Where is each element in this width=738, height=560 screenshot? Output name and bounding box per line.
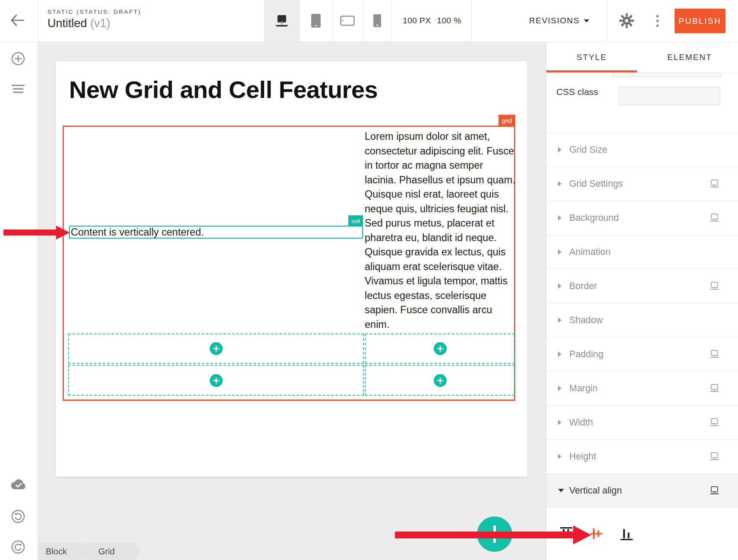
layers-list-icon[interactable]	[11, 83, 25, 98]
add-content-plus-icon[interactable]	[210, 342, 223, 355]
scrolled-input-partial[interactable]	[612, 73, 721, 77]
section-animation[interactable]: Animation	[546, 235, 738, 269]
chevron-right-icon	[558, 386, 561, 391]
section-border[interactable]: Border	[546, 269, 738, 303]
back-arrow-icon[interactable]	[9, 13, 27, 28]
empty-cell-slot[interactable]	[68, 365, 364, 396]
css-class-input[interactable]	[618, 87, 720, 105]
panel-sections: Grid SizeGrid SettingsBackgroundAnimatio…	[546, 132, 738, 507]
undo-icon[interactable]	[11, 509, 25, 524]
chevron-right-icon	[558, 249, 561, 255]
zoom-indicator: 100 PX 100 %	[393, 0, 471, 41]
section-grid-size[interactable]: Grid Size	[546, 132, 738, 167]
tab-style[interactable]: STYLE	[546, 42, 637, 73]
redo-icon[interactable]	[11, 540, 25, 554]
align-bottom-icon	[620, 526, 633, 541]
align-middle-icon	[590, 526, 603, 541]
empty-cell-slot[interactable]	[68, 333, 364, 364]
section-label: Vertical align	[569, 485, 622, 496]
selected-cell-outline[interactable]: cell Content is vertically centered.	[69, 226, 363, 239]
panel-tabbar: STYLE ELEMENT	[546, 42, 738, 73]
tab-element[interactable]: ELEMENT	[642, 42, 737, 73]
align-top-button[interactable]	[556, 523, 577, 544]
app-root: STATIC (STATUS: DRAFT) Untitled (v1)	[0, 0, 738, 560]
device-scope-laptop-icon	[709, 214, 720, 222]
cloud-saved-icon	[11, 478, 25, 493]
cell-tag-badge: cell	[348, 215, 363, 227]
document-title-block: STATIC (STATUS: DRAFT) Untitled (v1)	[47, 9, 142, 30]
device-desktop-button[interactable]	[264, 0, 300, 41]
section-label: Grid Size	[569, 145, 607, 155]
add-content-plus-icon[interactable]	[434, 342, 447, 355]
section-label: Grid Settings	[569, 179, 623, 189]
device-scope-laptop-icon	[709, 179, 720, 188]
breadcrumb-item-grid[interactable]: Grid	[86, 543, 142, 560]
add-content-plus-icon[interactable]	[434, 374, 447, 387]
breadcrumb-item-block[interactable]: Block	[38, 543, 91, 560]
zoom-percent-value[interactable]: 100 %	[437, 16, 461, 25]
section-label: Width	[569, 417, 593, 428]
device-scope-laptop-icon	[709, 452, 720, 461]
chevron-down-icon	[558, 489, 564, 492]
grid-tag-badge: grid	[498, 115, 515, 127]
zoom-px-value[interactable]: 100 PX	[403, 16, 431, 25]
chevron-right-icon	[558, 352, 561, 357]
more-options-kebab-icon[interactable]	[653, 12, 662, 29]
section-background[interactable]: Background	[546, 201, 738, 235]
laptop-icon	[274, 14, 289, 27]
device-tablet-landscape-button[interactable]	[332, 0, 363, 41]
add-section-fab-plus-icon[interactable]	[477, 516, 512, 552]
section-label: Background	[569, 213, 619, 223]
lorem-text-column[interactable]: Lorem ipsum dolor sit amet, consectetur …	[365, 129, 517, 332]
empty-cell-slot[interactable]	[365, 365, 515, 396]
vertical-align-options	[546, 507, 738, 560]
document-title[interactable]: Untitled (v1)	[47, 17, 142, 30]
section-height[interactable]: Height	[546, 439, 738, 473]
phone-icon	[373, 14, 382, 28]
section-label: Padding	[569, 349, 603, 360]
section-width[interactable]: Width	[546, 405, 738, 439]
section-label: Animation	[569, 247, 611, 258]
chevron-right-icon	[558, 318, 561, 323]
device-scope-laptop-icon	[709, 350, 720, 359]
device-scope-laptop-icon	[709, 384, 720, 393]
cell-content-text[interactable]: Content is vertically centered.	[71, 227, 204, 238]
align-top-icon	[560, 526, 573, 541]
section-vertical-align[interactable]: Vertical align	[546, 473, 738, 507]
section-padding[interactable]: Padding	[546, 337, 738, 371]
add-block-plus-icon[interactable]	[11, 51, 25, 66]
settings-gear-icon[interactable]	[619, 13, 634, 28]
revisions-dropdown[interactable]: REVISIONS	[529, 0, 589, 41]
section-label: Border	[569, 281, 597, 292]
add-content-plus-icon[interactable]	[210, 374, 223, 387]
device-scope-laptop-icon	[709, 486, 720, 495]
device-phone-button[interactable]	[363, 0, 391, 41]
section-margin[interactable]: Margin	[546, 371, 738, 405]
section-grid-settings[interactable]: Grid Settings	[546, 167, 738, 201]
empty-cell-slot[interactable]	[365, 333, 515, 364]
chevron-right-icon	[558, 283, 561, 289]
chevron-right-icon	[558, 420, 561, 425]
divider	[38, 0, 38, 41]
active-tab-underline	[546, 70, 637, 72]
section-label: Margin	[569, 383, 598, 394]
device-scope-laptop-icon	[709, 282, 720, 290]
document-version: (v1)	[90, 17, 110, 30]
align-bottom-button[interactable]	[616, 523, 637, 544]
tablet-portrait-icon	[311, 13, 321, 28]
document-status: STATIC (STATUS: DRAFT)	[47, 9, 142, 15]
chevron-right-icon	[558, 454, 561, 459]
left-toolbar	[0, 42, 38, 560]
page-title[interactable]: New Grid and Cell Features	[69, 76, 378, 104]
device-tablet-portrait-button[interactable]	[300, 0, 332, 41]
section-shadow[interactable]: Shadow	[546, 303, 738, 337]
top-toolbar: STATIC (STATUS: DRAFT) Untitled (v1)	[0, 0, 738, 42]
chevron-right-icon	[558, 181, 561, 186]
tablet-landscape-icon	[340, 16, 355, 26]
align-middle-button[interactable]	[586, 523, 607, 544]
chevron-down-icon	[584, 19, 589, 22]
editor-canvas: New Grid and Cell Features grid Lorem ip…	[38, 42, 546, 560]
css-class-label: CSS class	[556, 87, 598, 97]
divider	[471, 0, 472, 41]
publish-button[interactable]: PUBLISH	[675, 9, 725, 33]
